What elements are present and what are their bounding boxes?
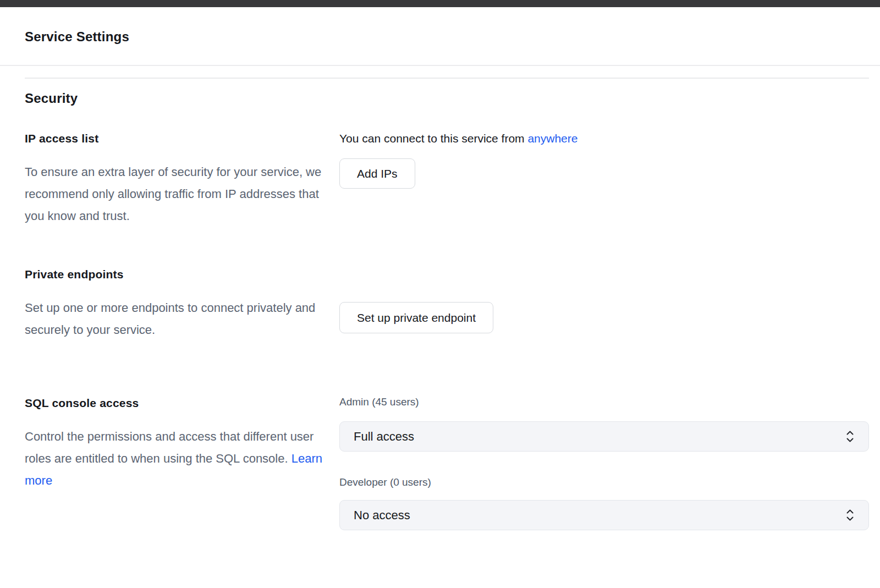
- anywhere-link[interactable]: anywhere: [527, 132, 578, 145]
- top-window-bar: [0, 0, 880, 7]
- private-endpoints-row: Private endpoints Set up one or more end…: [25, 267, 869, 341]
- page-title: Service Settings: [25, 29, 855, 45]
- add-ips-button[interactable]: Add IPs: [339, 158, 415, 189]
- ip-access-title: IP access list: [25, 131, 339, 146]
- ip-access-status-text: You can connect to this service from: [339, 132, 527, 145]
- sql-console-right-column: Admin (45 users) Full access Developer (…: [339, 395, 869, 530]
- developer-role-label: Developer (0 users): [339, 476, 869, 489]
- settings-content: Security IP access list To ensure an ext…: [0, 78, 880, 530]
- select-chevron-icon: [845, 508, 855, 523]
- private-endpoints-description: Set up one or more endpoints to connect …: [25, 297, 324, 341]
- developer-access-value: No access: [354, 508, 410, 523]
- sql-console-access-row: SQL console access Control the permissio…: [25, 395, 869, 530]
- security-section-heading: Security: [25, 90, 869, 107]
- admin-access-select[interactable]: Full access: [339, 421, 869, 452]
- ip-access-list-row: IP access list To ensure an extra layer …: [25, 131, 869, 227]
- setup-private-endpoint-button[interactable]: Set up private endpoint: [339, 302, 493, 333]
- admin-role-label: Admin (45 users): [339, 395, 869, 409]
- ip-access-left-column: IP access list To ensure an extra layer …: [25, 131, 339, 227]
- sql-console-title: SQL console access: [25, 395, 339, 411]
- sql-console-left-column: SQL console access Control the permissio…: [25, 395, 339, 530]
- ip-access-description: To ensure an extra layer of security for…: [25, 161, 324, 227]
- ip-access-right-column: You can connect to this service from any…: [339, 131, 869, 227]
- sql-console-description: Control the permissions and access that …: [25, 426, 324, 492]
- admin-access-value: Full access: [354, 429, 414, 444]
- select-chevron-icon: [845, 429, 855, 444]
- page-header: Service Settings: [0, 7, 880, 66]
- ip-access-status: You can connect to this service from any…: [339, 131, 869, 146]
- private-endpoints-title: Private endpoints: [25, 267, 339, 282]
- sql-console-description-text: Control the permissions and access that …: [25, 430, 314, 465]
- private-endpoints-left-column: Private endpoints Set up one or more end…: [25, 267, 339, 341]
- developer-access-select[interactable]: No access: [339, 500, 869, 530]
- section-divider: [25, 78, 869, 79]
- private-endpoints-right-column: Set up private endpoint: [339, 267, 869, 341]
